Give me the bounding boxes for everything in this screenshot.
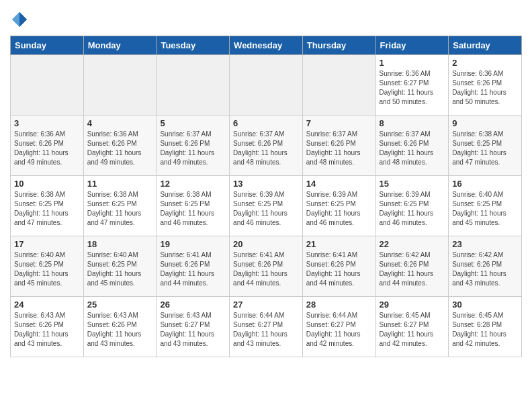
day-number: 26 [160, 300, 226, 310]
day-cell: 4Sunrise: 6:36 AM Sunset: 6:26 PM Daylig… [83, 116, 157, 176]
day-number: 20 [233, 239, 299, 249]
day-number: 14 [306, 179, 372, 189]
day-number: 16 [452, 179, 518, 189]
day-cell: 29Sunrise: 6:45 AM Sunset: 6:27 PM Dayli… [375, 297, 449, 357]
day-number: 7 [306, 118, 372, 128]
day-cell [230, 55, 303, 116]
day-cell: 28Sunrise: 6:44 AM Sunset: 6:27 PM Dayli… [302, 297, 375, 357]
day-cell: 13Sunrise: 6:39 AM Sunset: 6:25 PM Dayli… [230, 176, 303, 236]
day-number: 29 [380, 300, 445, 310]
day-cell: 18Sunrise: 6:40 AM Sunset: 6:25 PM Dayli… [83, 236, 157, 297]
day-info: Sunrise: 6:45 AM Sunset: 6:28 PM Dayligh… [452, 311, 518, 349]
day-info: Sunrise: 6:44 AM Sunset: 6:27 PM Dayligh… [306, 311, 372, 349]
header-friday: Friday [375, 36, 449, 55]
day-number: 1 [380, 58, 445, 68]
week-row-1: 3Sunrise: 6:36 AM Sunset: 6:26 PM Daylig… [11, 116, 522, 176]
day-number: 23 [452, 239, 518, 249]
day-cell: 3Sunrise: 6:36 AM Sunset: 6:26 PM Daylig… [11, 116, 84, 176]
logo-icon [10, 10, 29, 29]
day-info: Sunrise: 6:41 AM Sunset: 6:26 PM Dayligh… [306, 250, 372, 288]
day-number: 5 [160, 118, 226, 128]
header-tuesday: Tuesday [157, 36, 230, 55]
header-monday: Monday [83, 36, 157, 55]
day-cell: 8Sunrise: 6:37 AM Sunset: 6:26 PM Daylig… [375, 116, 449, 176]
day-info: Sunrise: 6:43 AM Sunset: 6:26 PM Dayligh… [87, 311, 153, 349]
day-info: Sunrise: 6:38 AM Sunset: 6:25 PM Dayligh… [452, 130, 518, 167]
day-info: Sunrise: 6:36 AM Sunset: 6:27 PM Dayligh… [380, 69, 445, 107]
day-cell: 5Sunrise: 6:37 AM Sunset: 6:26 PM Daylig… [157, 116, 230, 176]
logo [10, 10, 32, 29]
day-cell [302, 55, 375, 116]
day-cell: 12Sunrise: 6:38 AM Sunset: 6:25 PM Dayli… [157, 176, 230, 236]
day-number: 18 [87, 239, 153, 249]
day-info: Sunrise: 6:41 AM Sunset: 6:26 PM Dayligh… [160, 250, 226, 288]
day-cell: 17Sunrise: 6:40 AM Sunset: 6:25 PM Dayli… [11, 236, 84, 297]
day-info: Sunrise: 6:41 AM Sunset: 6:26 PM Dayligh… [233, 250, 299, 288]
day-cell: 7Sunrise: 6:37 AM Sunset: 6:26 PM Daylig… [302, 116, 375, 176]
day-cell: 27Sunrise: 6:44 AM Sunset: 6:27 PM Dayli… [230, 297, 303, 357]
day-number: 24 [14, 300, 80, 310]
calendar-header-row: SundayMondayTuesdayWednesdayThursdayFrid… [11, 36, 522, 55]
day-info: Sunrise: 6:38 AM Sunset: 6:25 PM Dayligh… [14, 190, 80, 228]
day-info: Sunrise: 6:36 AM Sunset: 6:26 PM Dayligh… [14, 130, 80, 167]
calendar-table: SundayMondayTuesdayWednesdayThursdayFrid… [10, 36, 522, 357]
day-number: 8 [380, 118, 445, 128]
day-number: 22 [380, 239, 445, 249]
day-number: 9 [452, 118, 518, 128]
day-info: Sunrise: 6:36 AM Sunset: 6:26 PM Dayligh… [87, 130, 153, 167]
day-cell: 15Sunrise: 6:39 AM Sunset: 6:25 PM Dayli… [375, 176, 449, 236]
day-number: 27 [233, 300, 299, 310]
header-wednesday: Wednesday [230, 36, 303, 55]
day-number: 12 [160, 179, 226, 189]
day-number: 19 [160, 239, 226, 249]
day-cell: 21Sunrise: 6:41 AM Sunset: 6:26 PM Dayli… [302, 236, 375, 297]
day-cell: 11Sunrise: 6:38 AM Sunset: 6:25 PM Dayli… [83, 176, 157, 236]
day-cell: 19Sunrise: 6:41 AM Sunset: 6:26 PM Dayli… [157, 236, 230, 297]
day-info: Sunrise: 6:40 AM Sunset: 6:25 PM Dayligh… [452, 190, 518, 228]
day-number: 13 [233, 179, 299, 189]
day-cell: 22Sunrise: 6:42 AM Sunset: 6:26 PM Dayli… [375, 236, 449, 297]
day-cell: 6Sunrise: 6:37 AM Sunset: 6:26 PM Daylig… [230, 116, 303, 176]
day-info: Sunrise: 6:38 AM Sunset: 6:25 PM Dayligh… [160, 190, 226, 228]
day-cell: 9Sunrise: 6:38 AM Sunset: 6:25 PM Daylig… [449, 116, 522, 176]
day-cell: 30Sunrise: 6:45 AM Sunset: 6:28 PM Dayli… [449, 297, 522, 357]
day-info: Sunrise: 6:37 AM Sunset: 6:26 PM Dayligh… [233, 130, 299, 167]
day-number: 2 [452, 58, 518, 68]
svg-marker-0 [19, 12, 27, 27]
header-saturday: Saturday [449, 36, 522, 55]
day-number: 10 [14, 179, 80, 189]
day-cell: 2Sunrise: 6:36 AM Sunset: 6:26 PM Daylig… [449, 55, 522, 116]
day-number: 15 [380, 179, 445, 189]
day-number: 6 [233, 118, 299, 128]
week-row-0: 1Sunrise: 6:36 AM Sunset: 6:27 PM Daylig… [11, 55, 522, 116]
day-number: 17 [14, 239, 80, 249]
header-sunday: Sunday [11, 36, 84, 55]
day-info: Sunrise: 6:40 AM Sunset: 6:25 PM Dayligh… [87, 250, 153, 288]
day-info: Sunrise: 6:39 AM Sunset: 6:25 PM Dayligh… [306, 190, 372, 228]
day-cell [83, 55, 157, 116]
day-cell: 10Sunrise: 6:38 AM Sunset: 6:25 PM Dayli… [11, 176, 84, 236]
day-cell: 24Sunrise: 6:43 AM Sunset: 6:26 PM Dayli… [11, 297, 84, 357]
day-number: 28 [306, 300, 372, 310]
day-number: 21 [306, 239, 372, 249]
week-row-4: 24Sunrise: 6:43 AM Sunset: 6:26 PM Dayli… [11, 297, 522, 357]
day-info: Sunrise: 6:37 AM Sunset: 6:26 PM Dayligh… [306, 130, 372, 167]
day-number: 11 [87, 179, 153, 189]
day-info: Sunrise: 6:40 AM Sunset: 6:25 PM Dayligh… [14, 250, 80, 288]
day-info: Sunrise: 6:43 AM Sunset: 6:26 PM Dayligh… [14, 311, 80, 349]
day-info: Sunrise: 6:37 AM Sunset: 6:26 PM Dayligh… [160, 130, 226, 167]
day-number: 30 [452, 300, 518, 310]
day-cell: 25Sunrise: 6:43 AM Sunset: 6:26 PM Dayli… [83, 297, 157, 357]
day-cell: 20Sunrise: 6:41 AM Sunset: 6:26 PM Dayli… [230, 236, 303, 297]
page-header [10, 10, 522, 29]
week-row-2: 10Sunrise: 6:38 AM Sunset: 6:25 PM Dayli… [11, 176, 522, 236]
day-cell: 26Sunrise: 6:43 AM Sunset: 6:27 PM Dayli… [157, 297, 230, 357]
day-info: Sunrise: 6:42 AM Sunset: 6:26 PM Dayligh… [452, 250, 518, 288]
day-info: Sunrise: 6:42 AM Sunset: 6:26 PM Dayligh… [380, 250, 445, 288]
day-info: Sunrise: 6:36 AM Sunset: 6:26 PM Dayligh… [452, 69, 518, 107]
day-info: Sunrise: 6:39 AM Sunset: 6:25 PM Dayligh… [233, 190, 299, 228]
day-info: Sunrise: 6:37 AM Sunset: 6:26 PM Dayligh… [380, 130, 445, 167]
day-cell: 14Sunrise: 6:39 AM Sunset: 6:25 PM Dayli… [302, 176, 375, 236]
day-info: Sunrise: 6:38 AM Sunset: 6:25 PM Dayligh… [87, 190, 153, 228]
day-cell: 23Sunrise: 6:42 AM Sunset: 6:26 PM Dayli… [449, 236, 522, 297]
